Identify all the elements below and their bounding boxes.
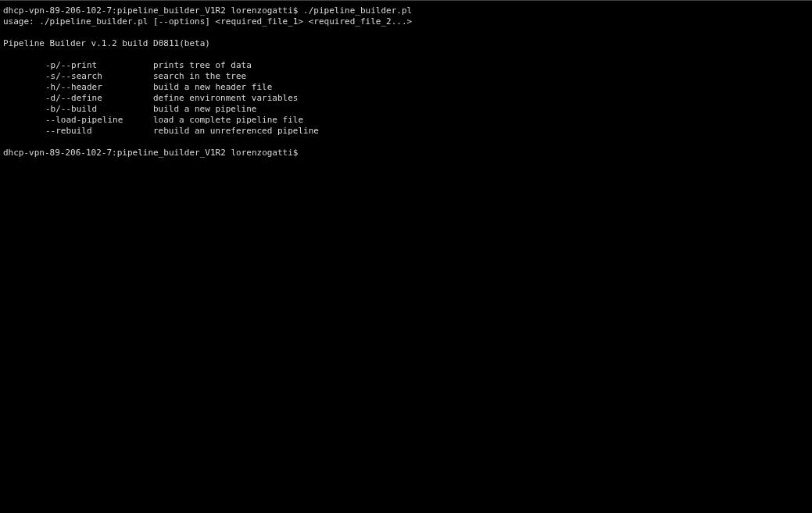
- option-flag: -s/--search: [45, 71, 153, 82]
- option-flag: -h/--header: [45, 82, 153, 93]
- prompt-line-1: dhcp-vpn-89-206-102-7:pipeline_builder_V…: [3, 5, 809, 16]
- option-row: -s/--searchsearch in the tree: [3, 71, 809, 82]
- option-desc: build a new pipeline: [153, 104, 256, 115]
- blank-line: [3, 27, 809, 38]
- option-desc: search in the tree: [153, 71, 246, 82]
- prompt-line-2[interactable]: dhcp-vpn-89-206-102-7:pipeline_builder_V…: [3, 148, 809, 159]
- cursor-icon: [303, 148, 309, 158]
- prompt-host: dhcp-vpn-89-206-102-7:pipeline_builder_V…: [3, 148, 303, 158]
- option-desc: prints tree of data: [153, 60, 252, 71]
- option-row: -p/--printprints tree of data: [3, 60, 809, 71]
- blank-line: [3, 137, 809, 148]
- option-row: -b/--buildbuild a new pipeline: [3, 104, 809, 115]
- blank-line: [3, 49, 809, 60]
- terminal-output[interactable]: dhcp-vpn-89-206-102-7:pipeline_builder_V…: [3, 5, 809, 159]
- option-desc: load a complete pipeline file: [153, 115, 303, 126]
- option-row: --rebuildrebuild an unreferenced pipelin…: [3, 126, 809, 137]
- option-row: -h/--headerbuild a new header file: [3, 82, 809, 93]
- option-desc: define environment variables: [153, 93, 298, 104]
- entered-command: ./pipeline_builder.pl: [303, 5, 412, 16]
- option-flag: -b/--build: [45, 104, 153, 115]
- option-flag: --rebuild: [45, 126, 153, 137]
- option-row: -d/--definedefine environment variables: [3, 93, 809, 104]
- version-line: Pipeline Builder v.1.2 build D0811(beta): [3, 38, 809, 49]
- option-flag: -d/--define: [45, 93, 153, 104]
- prompt-host: dhcp-vpn-89-206-102-7:pipeline_builder_V…: [3, 5, 303, 16]
- option-flag: -p/--print: [45, 60, 153, 71]
- option-row: --load-pipelineload a complete pipeline …: [3, 115, 809, 126]
- option-desc: build a new header file: [153, 82, 272, 93]
- option-flag: --load-pipeline: [45, 115, 153, 126]
- usage-line: usage: ./pipeline_builder.pl [--options]…: [3, 16, 809, 27]
- option-desc: rebuild an unreferenced pipeline: [153, 126, 319, 137]
